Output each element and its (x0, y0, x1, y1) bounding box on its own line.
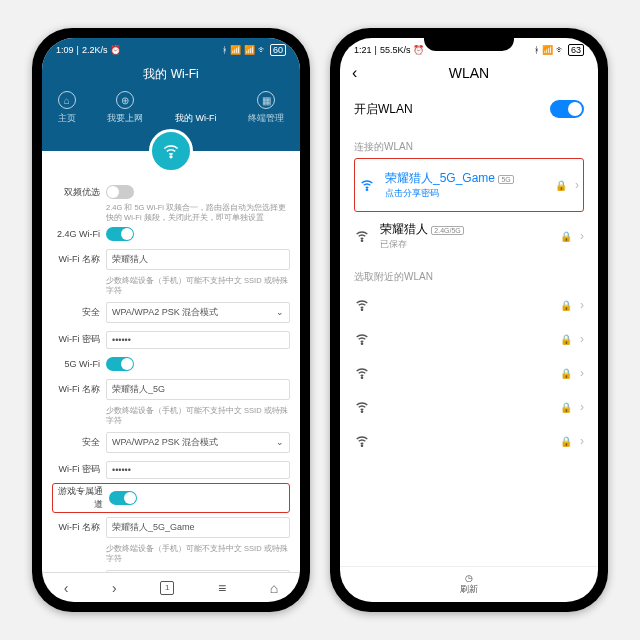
chevron-right-icon: › (580, 298, 584, 312)
lock-icon: 🔒 (560, 334, 572, 345)
network-subtitle: 点击分享密码 (385, 187, 545, 200)
label-password: Wi-Fi 密码 (52, 463, 100, 476)
band-badge: 2.4G/5G (431, 226, 463, 235)
status-bar: 1:09 | 2.2K/s ⏰ ᚼ 📶 📶 ᯤ 60 (42, 38, 300, 58)
label-password: Wi-Fi 密码 (52, 333, 100, 346)
input-wifi-name-5g[interactable]: 荣耀猎人_5G (106, 379, 290, 400)
wlan-settings: 开启WLAN 连接的WLAN 荣耀猎人_5G_Game 5G 点击分享密码 🔒› (340, 88, 598, 566)
battery-icon: 63 (568, 44, 584, 56)
wifi-icon (354, 331, 370, 347)
nav-home-icon[interactable]: ⌂ (270, 580, 278, 596)
refresh-button[interactable]: ◷ 刷新 (340, 566, 598, 602)
signal-icon: 📶 (244, 45, 255, 55)
input-password-24g[interactable]: •••••• (106, 331, 290, 349)
alarm-icon: ⏰ (110, 45, 121, 55)
network-name: 荣耀猎人 (380, 222, 428, 236)
svg-point-2 (361, 240, 362, 241)
network-item[interactable]: 🔒› (354, 424, 584, 458)
wifi-icon (359, 177, 375, 193)
hint-dualband: 2.4G 和 5G Wi-Fi 双频合一，路由器自动为您选择更快的 Wi-Fi … (52, 203, 290, 223)
nav-back-icon[interactable]: ‹ (64, 580, 69, 596)
chevron-right-icon: › (580, 366, 584, 380)
status-time: 1:09 (56, 45, 74, 55)
label-wifi-name: Wi-Fi 名称 (52, 383, 100, 396)
home-icon: ⌂ (58, 91, 76, 109)
bluetooth-icon: ᚼ (222, 45, 227, 55)
wifi-icon (354, 228, 370, 244)
tab-my-wifi[interactable]: ᯤ我的 Wi-Fi (175, 91, 217, 125)
select-security-24g[interactable]: WPA/WPA2 PSK 混合模式⌄ (106, 302, 290, 323)
toggle-dualband[interactable] (106, 185, 134, 199)
screen-right: 1:21 | 55.5K/s ⏰ ᚼ 📶 ᯤ 63 ‹ WLAN 开启WLAN … (340, 38, 598, 602)
status-time: 1:21 (354, 45, 372, 55)
svg-point-7 (361, 445, 362, 446)
network-item[interactable]: 🔒› (354, 288, 584, 322)
toggle-5g[interactable] (106, 357, 134, 371)
network-item[interactable]: 🔒› (354, 322, 584, 356)
refresh-icon: ◷ (346, 573, 592, 583)
chevron-right-icon: › (575, 178, 579, 192)
wifi-icon (354, 399, 370, 415)
label-security: 安全 (52, 436, 100, 449)
nav-tabs-button[interactable]: 1 (160, 581, 174, 595)
band-badge: 5G (498, 175, 513, 184)
highlight-connected-network: 荣耀猎人_5G_Game 5G 点击分享密码 🔒› (354, 158, 584, 212)
screen-left: 1:09 | 2.2K/s ⏰ ᚼ 📶 📶 ᯤ 60 我的 Wi-Fi ⌂主页 … (42, 38, 300, 602)
devices-icon: ▦ (257, 91, 275, 109)
input-password-5g[interactable]: •••••• (106, 461, 290, 479)
label-wlan-on: 开启WLAN (354, 101, 413, 118)
input-wifi-name-game[interactable]: 荣耀猎人_5G_Game (106, 517, 290, 538)
refresh-label: 刷新 (346, 583, 592, 596)
chevron-right-icon: › (580, 229, 584, 243)
lock-icon: 🔒 (560, 436, 572, 447)
network-item-saved[interactable]: 荣耀猎人 2.4G/5G 已保存 🔒› (354, 212, 584, 260)
tab-home[interactable]: ⌂主页 (58, 91, 76, 125)
signal-icon: 📶 (542, 45, 553, 55)
chevron-down-icon: ⌄ (276, 307, 284, 317)
label-security: 安全 (52, 306, 100, 319)
lock-icon: 🔒 (555, 180, 567, 191)
svg-point-1 (366, 189, 367, 190)
tab-internet[interactable]: ⊕我要上网 (107, 91, 143, 125)
network-item-game[interactable]: 荣耀猎人_5G_Game 5G 点击分享密码 🔒› (359, 161, 579, 209)
wifi-icon (354, 365, 370, 381)
label-24g: 2.4G Wi-Fi (52, 229, 100, 239)
highlight-game-channel: 游戏专属通道 (52, 483, 290, 513)
label-wifi-name: Wi-Fi 名称 (52, 253, 100, 266)
nav-forward-icon[interactable]: › (112, 580, 117, 596)
network-item[interactable]: 🔒› (354, 356, 584, 390)
label-5g: 5G Wi-Fi (52, 359, 100, 369)
network-item[interactable]: 🔒› (354, 390, 584, 424)
section-connected: 连接的WLAN (354, 130, 584, 158)
header-tabs: ⌂主页 ⊕我要上网 ᯤ我的 Wi-Fi ▦终端管理 (42, 91, 300, 125)
wifi-icon (354, 433, 370, 449)
signal-icon: 📶 (230, 45, 241, 55)
wifi-icon: ᯤ (258, 45, 267, 55)
wifi-icon: ᯤ (556, 45, 565, 55)
page-title: WLAN (340, 65, 598, 81)
bluetooth-icon: ᚼ (534, 45, 539, 55)
select-security-5g[interactable]: WPA/WPA2 PSK 混合模式⌄ (106, 432, 290, 453)
globe-icon: ⊕ (116, 91, 134, 109)
chevron-right-icon: › (580, 400, 584, 414)
hint-ssid: 少数终端设备（手机）可能不支持中文 SSID 或特殊字符 (52, 274, 290, 298)
tab-terminal[interactable]: ▦终端管理 (248, 91, 284, 125)
phone-left-mockup: 1:09 | 2.2K/s ⏰ ᚼ 📶 📶 ᯤ 60 我的 Wi-Fi ⌂主页 … (32, 28, 310, 612)
status-speed: 2.2K/s (82, 45, 108, 55)
svg-point-3 (361, 309, 362, 310)
alarm-icon: ⏰ (413, 45, 424, 55)
input-wifi-name-24g[interactable]: 荣耀猎人 (106, 249, 290, 270)
battery-icon: 60 (270, 44, 286, 56)
nav-menu-icon[interactable]: ≡ (218, 580, 226, 596)
label-wifi-name: Wi-Fi 名称 (52, 521, 100, 534)
hint-ssid: 少数终端设备（手机）可能不支持中文 SSID 或特殊字符 (52, 542, 290, 566)
label-dualband: 双频优选 (52, 186, 100, 199)
lock-icon: 🔒 (560, 402, 572, 413)
chevron-right-icon: › (580, 332, 584, 346)
toggle-game-channel[interactable] (109, 491, 137, 505)
svg-point-4 (361, 343, 362, 344)
page-title: 我的 Wi-Fi (42, 62, 300, 91)
toggle-wlan[interactable] (550, 100, 584, 118)
toggle-24g[interactable] (106, 227, 134, 241)
svg-point-6 (361, 411, 362, 412)
